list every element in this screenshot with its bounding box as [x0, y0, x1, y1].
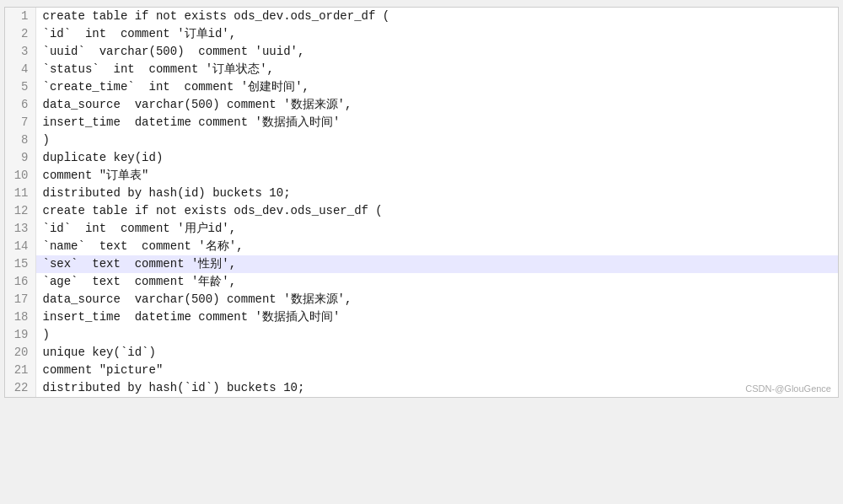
line-number: 18: [5, 308, 35, 326]
line-content[interactable]: duplicate key(id): [35, 149, 838, 167]
table-row: 3`uuid` varchar(500) comment 'uuid',: [5, 43, 838, 61]
line-content[interactable]: insert_time datetime comment '数据插入时间': [35, 308, 838, 326]
table-row: 2`id` int comment '订单id',: [5, 25, 838, 43]
table-row: 8): [5, 131, 838, 149]
table-row: 11distributed by hash(id) buckets 10;: [5, 185, 838, 202]
table-row: 1create table if not exists ods_dev.ods_…: [5, 8, 838, 25]
line-content[interactable]: `age` text comment '年龄',: [35, 273, 838, 291]
line-number: 10: [5, 167, 35, 185]
table-row: 10comment "订单表": [5, 167, 838, 185]
table-row: 7insert_time datetime comment '数据插入时间': [5, 114, 838, 131]
line-number: 12: [5, 202, 35, 220]
line-number: 11: [5, 185, 35, 202]
line-content[interactable]: `id` int comment '用户id',: [35, 220, 838, 238]
line-content[interactable]: comment "订单表": [35, 167, 838, 185]
table-row: 22distributed by hash(`id`) buckets 10;: [5, 379, 838, 397]
table-row: 18insert_time datetime comment '数据插入时间': [5, 308, 838, 326]
table-row: 9duplicate key(id): [5, 149, 838, 167]
table-row: 12create table if not exists ods_dev.ods…: [5, 202, 838, 220]
table-row: 4`status` int comment '订单状态',: [5, 61, 838, 78]
table-row: 13`id` int comment '用户id',: [5, 220, 838, 238]
line-number: 20: [5, 344, 35, 362]
line-content[interactable]: insert_time datetime comment '数据插入时间': [35, 114, 838, 131]
line-content[interactable]: data_source varchar(500) comment '数据来源',: [35, 96, 838, 114]
line-content[interactable]: ): [35, 131, 838, 149]
line-number: 7: [5, 114, 35, 131]
line-content[interactable]: ): [35, 326, 838, 344]
line-content[interactable]: create table if not exists ods_dev.ods_u…: [35, 202, 838, 220]
line-number: 19: [5, 326, 35, 344]
code-editor: 1create table if not exists ods_dev.ods_…: [4, 7, 839, 398]
table-row: 16`age` text comment '年龄',: [5, 273, 838, 291]
line-content[interactable]: comment "picture": [35, 362, 838, 379]
line-content[interactable]: unique key(`id`): [35, 344, 838, 362]
line-number: 15: [5, 255, 35, 273]
line-content[interactable]: `status` int comment '订单状态',: [35, 61, 838, 78]
line-content[interactable]: distributed by hash(id) buckets 10;: [35, 185, 838, 202]
table-row: 5`create_time` int comment '创建时间',: [5, 78, 838, 96]
line-content[interactable]: `create_time` int comment '创建时间',: [35, 78, 838, 96]
line-number: 13: [5, 220, 35, 238]
line-number: 1: [5, 8, 35, 25]
line-content[interactable]: `uuid` varchar(500) comment 'uuid',: [35, 43, 838, 61]
line-number: 4: [5, 61, 35, 78]
watermark: CSDN-@GlouGence: [745, 383, 831, 394]
line-content[interactable]: `name` text comment '名称',: [35, 238, 838, 255]
line-number: 2: [5, 25, 35, 43]
line-number: 3: [5, 43, 35, 61]
line-content[interactable]: `sex` text comment '性别',: [35, 255, 838, 273]
table-row: 21comment "picture": [5, 362, 838, 379]
line-content[interactable]: data_source varchar(500) comment '数据来源',: [35, 291, 838, 308]
line-number: 5: [5, 78, 35, 96]
table-row: 15`sex` text comment '性别',: [5, 255, 838, 273]
table-row: 17data_source varchar(500) comment '数据来源…: [5, 291, 838, 308]
line-number: 16: [5, 273, 35, 291]
line-number: 22: [5, 379, 35, 397]
line-number: 8: [5, 131, 35, 149]
line-number: 17: [5, 291, 35, 308]
line-number: 9: [5, 149, 35, 167]
line-number: 14: [5, 238, 35, 255]
table-row: 6data_source varchar(500) comment '数据来源'…: [5, 96, 838, 114]
code-table: 1create table if not exists ods_dev.ods_…: [5, 8, 838, 397]
table-row: 14`name` text comment '名称',: [5, 238, 838, 255]
line-content[interactable]: distributed by hash(`id`) buckets 10;: [35, 379, 838, 397]
table-row: 19): [5, 326, 838, 344]
line-number: 6: [5, 96, 35, 114]
table-row: 20unique key(`id`): [5, 344, 838, 362]
line-content[interactable]: create table if not exists ods_dev.ods_o…: [35, 8, 838, 25]
line-content[interactable]: `id` int comment '订单id',: [35, 25, 838, 43]
line-number: 21: [5, 362, 35, 379]
